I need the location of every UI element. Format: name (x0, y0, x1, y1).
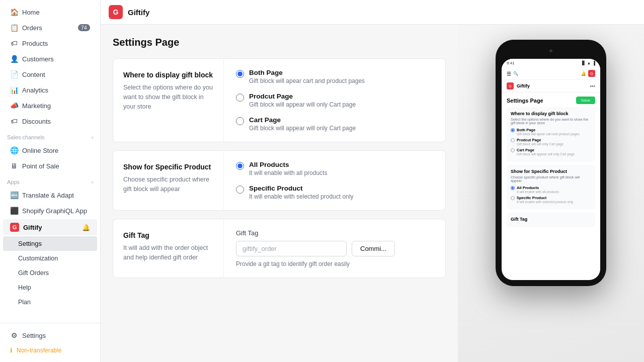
product-section: Show for Specific Product Choose specifi… (113, 150, 446, 211)
app-title: Giftify (128, 8, 149, 17)
radio-all-products-label: All Products (249, 161, 327, 168)
sidebar-item-online-store[interactable]: 🌐 Online Store (3, 143, 97, 158)
radio-product-page-desc: Gift block will appear will only Cart pa… (249, 101, 356, 108)
phone-save-button[interactable]: Save (576, 97, 595, 104)
radio-product-page[interactable]: Prodcut Page Gift block will appear will… (236, 93, 433, 108)
phone-battery-icon: ▐ (592, 61, 595, 65)
radio-product-page-label: Prodcut Page (249, 93, 356, 100)
marketing-icon: 📣 (10, 102, 18, 110)
phone-radio-product-input[interactable] (511, 138, 515, 142)
gift-tag-input[interactable] (236, 241, 347, 256)
gift-tag-input-row: Commi... (236, 241, 433, 256)
phone-radio-product[interactable]: Prodcut Page Gift block will will only C… (511, 138, 591, 146)
phone-giftify-title: Giftify (517, 83, 587, 88)
radio-cart-page-input[interactable] (236, 117, 244, 125)
radio-both-page-desc: Gift block will apear cart and product p… (249, 77, 365, 84)
radio-all-products-input[interactable] (236, 162, 244, 170)
home-icon: 🏠 (10, 8, 18, 16)
radio-cart-page[interactable]: Cart Page Gift block will appear will on… (236, 116, 433, 132)
sidebar-item-translate[interactable]: 🔤 Translate & Adapt (3, 188, 97, 203)
radio-specific-product-input[interactable] (236, 186, 244, 194)
phone-radio-both[interactable]: Both Page Gift block will apear cart and… (511, 128, 591, 136)
sidebar-item-bottom-settings[interactable]: ⚙ Settings (3, 328, 97, 343)
topbar: G Giftify (101, 0, 644, 25)
phone-product-desc: Choose specific product where gift block… (511, 175, 591, 183)
phone-radio-all-input[interactable] (511, 186, 515, 190)
sidebar-item-gift-orders[interactable]: Gift Orders (3, 266, 97, 280)
phone-content: Settings Page Save Where to display gift… (502, 93, 600, 231)
sidebar-item-giftify[interactable]: G Giftify 🔔 (3, 219, 97, 235)
radio-both-page-input[interactable] (236, 70, 244, 78)
phone-radio-both-input[interactable] (511, 128, 515, 132)
radio-specific-product[interactable]: Specific Product It will enable with sel… (236, 185, 433, 200)
graphiql-icon: ⬛ (10, 207, 18, 215)
phone-product-title: Show for Specific Product (511, 169, 591, 174)
discounts-icon: 🏷 (10, 117, 18, 125)
gift-tag-section-left: Gift Tag It will add with the order obje… (113, 219, 224, 278)
display-section-title: Where to display gift block (123, 71, 213, 79)
phone-radio-cart-input[interactable] (511, 148, 515, 152)
products-icon: 🏷 (10, 39, 18, 47)
phone-radio-specific-input[interactable] (511, 196, 515, 200)
phone-panel: 9:41 ▊ ▲ ▐ ☰ 🔍 🔔 (458, 25, 644, 362)
sidebar-item-customers[interactable]: 👤 Customers (3, 51, 97, 66)
phone-app-icon: G (588, 70, 595, 77)
sales-channels-chevron: › (92, 135, 93, 140)
sidebar-item-plan[interactable]: Plan (3, 295, 97, 309)
app-icon: G (109, 5, 123, 19)
phone-camera (549, 49, 552, 52)
giftify-bell-icon[interactable]: 🔔 (82, 224, 90, 231)
product-section-desc: Choose specific product where gift block… (123, 175, 213, 194)
phone-mockup: 9:41 ▊ ▲ ▐ ☰ 🔍 🔔 (496, 40, 606, 286)
sidebar-item-orders[interactable]: 📋 Orders 74 (3, 20, 97, 35)
online-store-icon: 🌐 (10, 146, 18, 154)
phone-gift-tag-title: Gift Tag (511, 217, 591, 222)
commit-button[interactable]: Commi... (352, 241, 395, 256)
phone-top-bar: ☰ 🔍 🔔 G (502, 67, 600, 80)
phone-menu-dots[interactable]: ••• (590, 83, 595, 89)
phone-display-title: Where to display gift block (511, 111, 591, 116)
radio-specific-product-label: Specific Product (249, 185, 353, 192)
sidebar-item-point-of-sale[interactable]: 🖥 Point of Sale (3, 158, 97, 173)
phone-radio-all[interactable]: All Products It will enable with all pro… (511, 186, 591, 194)
gift-tag-section-desc: It will add with the order object and he… (123, 243, 213, 262)
apps-section[interactable]: Apps › (0, 174, 100, 187)
sidebar-item-home[interactable]: 🏠 Home (3, 5, 97, 20)
display-section-desc: Select the options where do you want to … (123, 83, 213, 111)
gift-tag-label: Gift Tag (236, 229, 433, 237)
phone-notch (517, 46, 585, 56)
gift-tag-hint: Provide a git tag to identify gift order… (236, 260, 433, 267)
sidebar-item-non-transferable: ℹ Non-transferable (3, 343, 97, 357)
display-section-left: Where to display gift block Select the o… (113, 59, 224, 142)
sidebar-item-discounts[interactable]: 🏷 Discounts (3, 114, 97, 129)
radio-product-page-input[interactable] (236, 94, 244, 102)
main-area: G Giftify Settings Page Where to display… (101, 0, 644, 362)
sidebar-item-customization[interactable]: Customization (3, 251, 97, 265)
display-section: Where to display gift block Select the o… (113, 58, 446, 142)
phone-radio-cart[interactable]: Cart Page Gift block will appear will on… (511, 148, 591, 156)
sidebar-bottom: ⚙ Settings ℹ Non-transferable (0, 323, 100, 362)
phone-radio-specific[interactable]: Specific Product It will enable with sel… (511, 196, 591, 204)
sidebar-item-products[interactable]: 🏷 Products (3, 36, 97, 51)
sidebar-item-settings[interactable]: Settings (3, 236, 97, 251)
settings-panel: Settings Page Where to display gift bloc… (101, 25, 458, 362)
radio-all-products[interactable]: All Products It will enable with all pro… (236, 161, 433, 176)
analytics-icon: 📊 (10, 86, 18, 94)
display-section-right: Both Page Gift block will apear cart and… (224, 59, 445, 142)
phone-screen: 9:41 ▊ ▲ ▐ ☰ 🔍 🔔 (502, 59, 600, 280)
sidebar-item-marketing[interactable]: 📣 Marketing (3, 98, 97, 113)
phone-giftify-icon: G (507, 82, 514, 89)
non-transferable-icon: ℹ (10, 347, 13, 354)
phone-notification-icon: 🔔 (581, 71, 586, 76)
sales-channels-section[interactable]: Sales channels › (0, 129, 100, 142)
sidebar-item-analytics[interactable]: 📊 Analytics (3, 82, 97, 98)
radio-both-page-label: Both Page (249, 69, 365, 76)
phone-display-desc: Select the options where do you want to … (511, 118, 591, 125)
radio-both-page[interactable]: Both Page Gift block will apear cart and… (236, 69, 433, 84)
sidebar-item-graphiql[interactable]: ⬛ Shopify GraphiQL App (3, 203, 97, 218)
phone-gift-tag-section: Gift Tag (507, 213, 595, 227)
gift-tag-section: Gift Tag It will add with the order obje… (113, 219, 446, 278)
sidebar-item-content[interactable]: 📄 Content (3, 67, 97, 82)
sidebar-item-help[interactable]: Help (3, 281, 97, 295)
radio-all-products-desc: It will enable with all products (249, 169, 327, 176)
